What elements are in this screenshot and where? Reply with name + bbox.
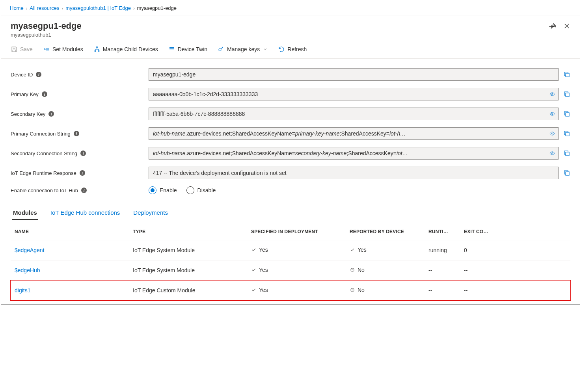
- copy-icon[interactable]: [563, 110, 570, 117]
- secondary-key-label: Secondary Key: [11, 111, 45, 117]
- set-modules-button[interactable]: Set Modules: [41, 44, 85, 54]
- cell-exit: --: [460, 260, 570, 281]
- save-button: Save: [9, 44, 34, 54]
- copy-icon[interactable]: [563, 71, 570, 78]
- secondary-conn-value[interactable]: iot-hub-name.azure-devices.net;SharedAcc…: [149, 147, 559, 160]
- cell-type: IoT Edge Custom Module: [129, 281, 247, 301]
- tab-deployments[interactable]: Deployments: [132, 206, 169, 220]
- manage-child-label: Manage Child Devices: [103, 46, 158, 52]
- svg-point-12: [551, 152, 553, 154]
- module-link[interactable]: digits1: [15, 287, 30, 294]
- eye-icon[interactable]: [547, 130, 555, 137]
- disable-radio[interactable]: Disable: [186, 186, 216, 194]
- breadcrumb-home[interactable]: Home: [10, 5, 24, 11]
- cell-runtime: running: [425, 240, 460, 260]
- page-title: myasegpu1-edge: [11, 21, 82, 31]
- device-id-value[interactable]: myasegpu1-edge: [149, 68, 559, 81]
- table-row[interactable]: $edgeAgent IoT Edge System Module Yes Ye…: [11, 240, 570, 260]
- tab-strip: Modules IoT Edge Hub connections Deploym…: [11, 206, 570, 220]
- refresh-label: Refresh: [287, 46, 307, 52]
- info-icon[interactable]: i: [80, 170, 85, 176]
- secondary-key-value[interactable]: ffffffff-5a5a-6b6b-7c7c-888888888888: [149, 108, 559, 120]
- field-secondary-conn: Secondary Connection String i iot-hub-na…: [11, 147, 570, 160]
- eye-icon[interactable]: [547, 90, 555, 98]
- device-twin-button[interactable]: Device Twin: [167, 44, 209, 54]
- enable-conn-label: Enable connection to IoT Hub: [11, 188, 78, 193]
- info-icon[interactable]: i: [36, 72, 41, 77]
- close-icon[interactable]: [563, 22, 570, 30]
- enable-radio-label: Enable: [160, 187, 177, 193]
- key-icon: [218, 46, 225, 53]
- info-icon[interactable]: i: [81, 188, 87, 193]
- col-exit[interactable]: EXIT CO…: [460, 222, 570, 240]
- pin-icon[interactable]: [549, 22, 556, 30]
- svg-rect-5: [566, 73, 569, 77]
- eye-icon[interactable]: [547, 149, 555, 157]
- cell-runtime: --: [425, 260, 460, 281]
- col-type[interactable]: TYPE: [129, 222, 247, 240]
- page-subtitle: myasegpuiothub1: [11, 32, 82, 38]
- chevron-down-icon: [263, 47, 268, 52]
- copy-icon[interactable]: [563, 150, 570, 157]
- list-icon: [168, 46, 175, 53]
- manage-child-devices-button[interactable]: Manage Child Devices: [92, 44, 160, 54]
- cell-type: IoT Edge System Module: [129, 260, 247, 281]
- manage-keys-button[interactable]: Manage keys: [216, 44, 269, 54]
- field-enable-connection: Enable connection to IoT Hub i Enable Di…: [11, 186, 570, 194]
- page-header: myasegpu1-edge myasegpuiothub1: [1, 15, 580, 42]
- svg-point-4: [219, 49, 221, 51]
- refresh-button[interactable]: Refresh: [276, 44, 308, 54]
- table-row[interactable]: digits1 IoT Edge Custom Module Yes No --…: [11, 281, 570, 301]
- save-icon: [11, 46, 18, 53]
- cell-spec: Yes: [251, 247, 268, 253]
- col-runtime[interactable]: RUNTI…: [425, 222, 460, 240]
- tab-modules[interactable]: Modules: [12, 206, 38, 220]
- info-icon[interactable]: i: [74, 131, 79, 136]
- copy-icon[interactable]: [563, 91, 570, 98]
- col-rep[interactable]: REPORTED BY DEVICE: [346, 222, 425, 240]
- check-icon: [251, 287, 257, 293]
- set-modules-label: Set Modules: [52, 46, 83, 52]
- disable-radio-label: Disable: [197, 187, 216, 193]
- info-icon[interactable]: i: [48, 111, 54, 117]
- copy-icon[interactable]: [563, 130, 570, 137]
- field-primary-conn: Primary Connection String i iot-hub-name…: [11, 127, 570, 140]
- chevron-right-icon: ›: [62, 6, 63, 11]
- tab-hub-connections[interactable]: IoT Edge Hub connections: [50, 206, 121, 220]
- info-icon[interactable]: i: [42, 91, 47, 97]
- cell-spec: Yes: [251, 287, 268, 293]
- primary-key-value[interactable]: aaaaaaaa-0b0b-1c1c-2d2d-333333333333: [149, 88, 559, 100]
- field-secondary-key: Secondary Key i ffffffff-5a5a-6b6b-7c7c-…: [11, 108, 570, 120]
- cell-spec: Yes: [251, 267, 268, 273]
- svg-point-1: [96, 46, 97, 48]
- breadcrumb-all-resources[interactable]: All resources: [30, 5, 59, 11]
- field-primary-key: Primary Key i aaaaaaaa-0b0b-1c1c-2d2d-33…: [11, 88, 570, 100]
- set-modules-icon: [43, 46, 50, 53]
- enable-radio[interactable]: Enable: [149, 186, 177, 194]
- svg-rect-14: [566, 172, 569, 175]
- secondary-conn-label: Secondary Connection String: [11, 150, 77, 156]
- table-row[interactable]: $edgeHub IoT Edge System Module Yes No -…: [11, 260, 570, 281]
- col-spec[interactable]: SPECIFIED IN DEPLOYMENT: [247, 222, 346, 240]
- runtime-response-value[interactable]: 417 -- The device's deployment configura…: [149, 167, 559, 179]
- primary-key-label: Primary Key: [11, 91, 39, 97]
- copy-icon[interactable]: [563, 169, 570, 176]
- breadcrumb-iothub[interactable]: myasegpuiothub1 | IoT Edge: [65, 5, 131, 11]
- breadcrumb-current: myasegpu1-edge: [137, 5, 177, 11]
- info-icon[interactable]: i: [80, 150, 86, 156]
- check-icon: [251, 247, 257, 253]
- col-name[interactable]: NAME: [11, 222, 129, 240]
- cell-rep: Yes: [350, 247, 367, 253]
- svg-point-3: [98, 50, 99, 52]
- module-link[interactable]: $edgeAgent: [15, 247, 45, 253]
- primary-conn-value[interactable]: iot-hub-name.azure-devices.net;SharedAcc…: [149, 127, 559, 140]
- svg-rect-13: [566, 152, 569, 156]
- breadcrumb: Home › All resources › myasegpuiothub1 |…: [1, 1, 580, 15]
- module-link[interactable]: $edgeHub: [15, 267, 40, 273]
- svg-point-6: [551, 93, 553, 95]
- svg-rect-7: [566, 93, 569, 97]
- field-runtime-response: IoT Edge Runtime Response i 417 -- The d…: [11, 167, 570, 179]
- check-icon: [350, 247, 355, 253]
- eye-icon[interactable]: [547, 110, 555, 118]
- cell-runtime: --: [425, 281, 460, 301]
